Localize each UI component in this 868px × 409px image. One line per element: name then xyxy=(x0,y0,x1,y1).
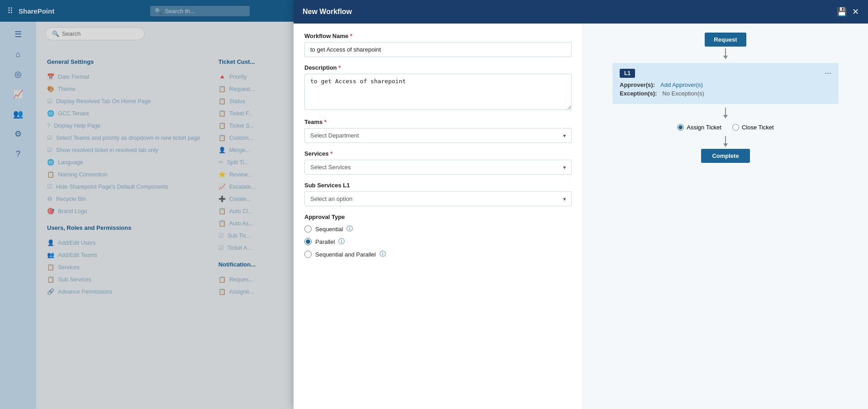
arrow-down-2 xyxy=(723,108,728,119)
teams-group: Teams * Select Department ▾ xyxy=(304,119,572,143)
teams-label: Teams * xyxy=(304,119,572,125)
complete-button[interactable]: Complete xyxy=(701,149,749,163)
add-approvers-link[interactable]: Add Approver(s) xyxy=(660,81,703,88)
assign-ticket-radio-input[interactable] xyxy=(677,124,684,131)
modal-title: New Workflow xyxy=(303,8,352,16)
sequential-radio-input[interactable] xyxy=(304,225,312,233)
close-ticket-label: Close Ticket xyxy=(742,124,774,131)
exceptions-value: No Exception(s) xyxy=(662,90,704,97)
level-options-icon[interactable]: ··· xyxy=(825,68,831,78)
workflow-name-group: Workflow Name * xyxy=(304,33,572,57)
arrow-head xyxy=(723,143,728,147)
modal-save-button[interactable]: 💾 xyxy=(837,7,847,17)
level-badge: L1 xyxy=(620,69,635,78)
services-group: Services * Select Services ▾ xyxy=(304,150,572,175)
services-label: Services * xyxy=(304,150,572,157)
teams-select[interactable]: Select Department ▾ xyxy=(304,128,572,143)
radio-sequential-parallel[interactable]: Sequential and Parallel ⓘ xyxy=(304,250,572,258)
sub-services-group: Sub Services L1 Select an option ▾ xyxy=(304,182,572,206)
workflow-name-input[interactable] xyxy=(304,42,572,57)
approvers-label: Approver(s): xyxy=(620,81,655,88)
form-panel: Workflow Name * Description * to get Acc… xyxy=(294,24,583,409)
sub-services-select-value: Select an option xyxy=(310,195,352,202)
sub-services-select[interactable]: Select an option ▾ xyxy=(304,191,572,206)
sub-services-select-chevron-icon: ▾ xyxy=(563,196,566,202)
arrow-line xyxy=(725,108,726,115)
exceptions-label: Exception(s): xyxy=(620,90,657,97)
new-workflow-modal: New Workflow 💾 ✕ Workflow Name * Descrip… xyxy=(294,0,868,409)
description-textarea[interactable]: to get Access of sharepoint xyxy=(304,74,572,110)
services-select-chevron-icon: ▾ xyxy=(563,164,566,171)
assign-ticket-label: Assign Ticket xyxy=(687,124,721,131)
teams-select-chevron-icon: ▾ xyxy=(563,133,566,139)
parallel-info-icon[interactable]: ⓘ xyxy=(338,238,345,246)
parallel-label: Parallel xyxy=(315,238,335,245)
arrow-line xyxy=(725,48,726,56)
sequential-parallel-info-icon[interactable]: ⓘ xyxy=(379,250,386,258)
approvers-row: Approver(s): Add Approver(s) xyxy=(620,81,831,88)
sequential-info-icon[interactable]: ⓘ xyxy=(346,225,353,233)
workflow-level-box-l1: L1 ··· Approver(s): Add Approver(s) Exce… xyxy=(612,63,839,104)
sub-services-label: Sub Services L1 xyxy=(304,182,572,189)
close-ticket-radio-input[interactable] xyxy=(732,124,739,131)
assign-ticket-radio[interactable]: Assign Ticket xyxy=(677,124,721,131)
sequential-parallel-radio-input[interactable] xyxy=(304,251,312,258)
workflow-request-node[interactable]: Request xyxy=(705,33,746,47)
arrow-head xyxy=(723,115,728,119)
workflow-name-label: Workflow Name * xyxy=(304,33,572,39)
modal-header: New Workflow 💾 ✕ xyxy=(294,0,868,24)
workflow-panel: Request L1 ··· Approver(s): Add Approver… xyxy=(583,24,868,409)
modal-header-actions: 💾 ✕ xyxy=(837,7,859,17)
sequential-parallel-label: Sequential and Parallel xyxy=(315,251,376,258)
description-group: Description * to get Access of sharepoin… xyxy=(304,64,572,111)
arrow-head xyxy=(723,56,728,59)
teams-select-value: Select Department xyxy=(310,132,359,139)
description-label: Description * xyxy=(304,64,572,71)
radio-parallel[interactable]: Parallel ⓘ xyxy=(304,238,572,246)
modal-close-button[interactable]: ✕ xyxy=(852,7,859,17)
parallel-radio-input[interactable] xyxy=(304,238,312,245)
modal-body: Workflow Name * Description * to get Acc… xyxy=(294,24,868,409)
services-select-value: Select Services xyxy=(310,164,351,171)
close-ticket-radio[interactable]: Close Ticket xyxy=(732,124,774,131)
arrow-down-3 xyxy=(723,136,728,147)
sequential-label: Sequential xyxy=(315,226,343,233)
approval-type-radio-group: Sequential ⓘ Parallel ⓘ Sequential and P… xyxy=(304,225,572,258)
arrow-line xyxy=(725,136,726,143)
approval-type-group: Approval Type Sequential ⓘ Parallel ⓘ xyxy=(304,214,572,258)
arrow-down-1 xyxy=(723,48,728,59)
level-header: L1 ··· xyxy=(620,68,831,78)
ticket-action-row: Assign Ticket Close Ticket xyxy=(677,124,773,131)
exceptions-row: Exception(s): No Exception(s) xyxy=(620,90,831,97)
radio-sequential[interactable]: Sequential ⓘ xyxy=(304,225,572,233)
services-select[interactable]: Select Services ▾ xyxy=(304,160,572,175)
approval-type-label: Approval Type xyxy=(304,214,572,220)
